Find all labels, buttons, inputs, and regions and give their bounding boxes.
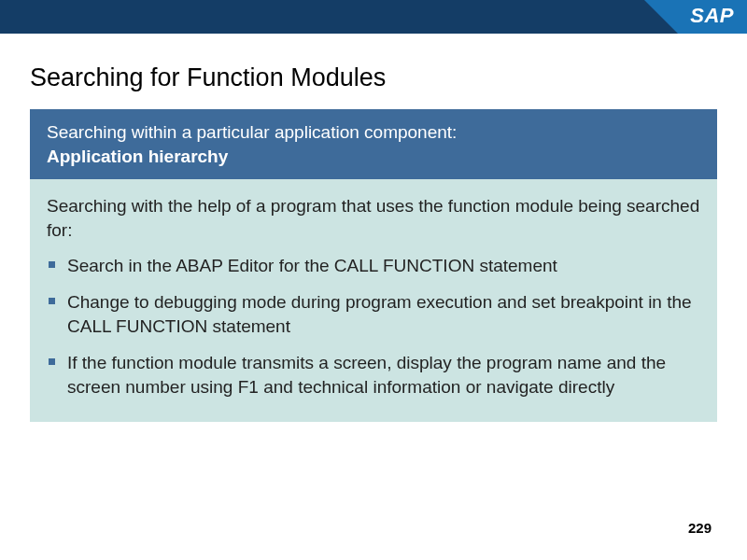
slide-title: Searching for Function Modules bbox=[0, 47, 747, 109]
spacer bbox=[0, 34, 747, 47]
list-item: Change to debugging mode during program … bbox=[49, 290, 700, 338]
bullet-list: Search in the ABAP Editor for the CALL F… bbox=[47, 254, 700, 399]
panel-header-line1: Searching within a particular applicatio… bbox=[47, 120, 700, 145]
panel-body: Searching with the help of a program tha… bbox=[30, 179, 717, 421]
list-item: Search in the ABAP Editor for the CALL F… bbox=[49, 254, 700, 278]
brand-logo: SAP bbox=[644, 0, 747, 34]
list-item: If the function module transmits a scree… bbox=[49, 351, 700, 399]
top-bar: SAP bbox=[0, 0, 747, 34]
panel-header-line2: Application hierarchy bbox=[47, 145, 700, 169]
logo-text: SAP bbox=[690, 4, 734, 28]
panel-lead: Searching with the help of a program tha… bbox=[47, 194, 700, 242]
panel-header: Searching within a particular applicatio… bbox=[30, 109, 717, 179]
slide-content: Searching within a particular applicatio… bbox=[0, 109, 747, 422]
page-number: 229 bbox=[688, 520, 712, 536]
